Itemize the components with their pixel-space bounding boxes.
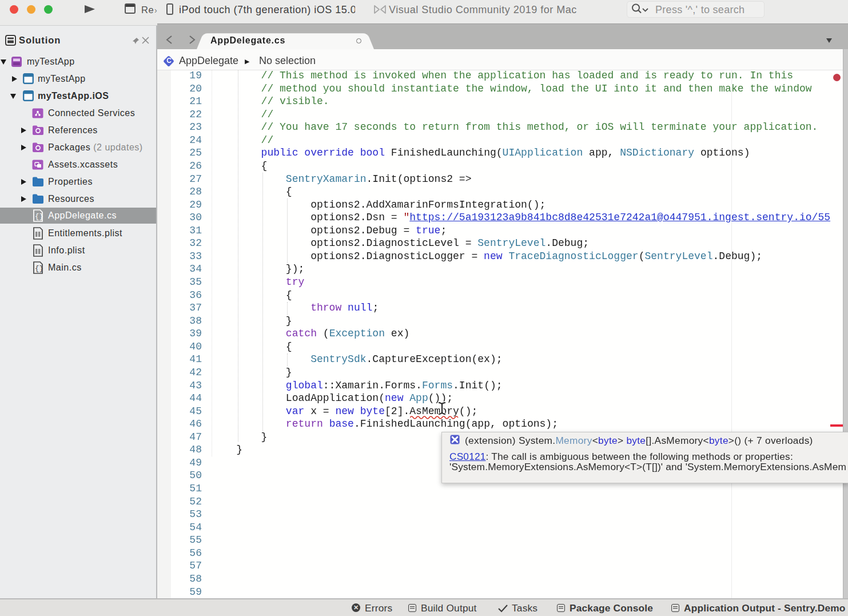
svg-text:{}: {} [35, 265, 43, 273]
svg-text:{}: {} [35, 213, 43, 221]
